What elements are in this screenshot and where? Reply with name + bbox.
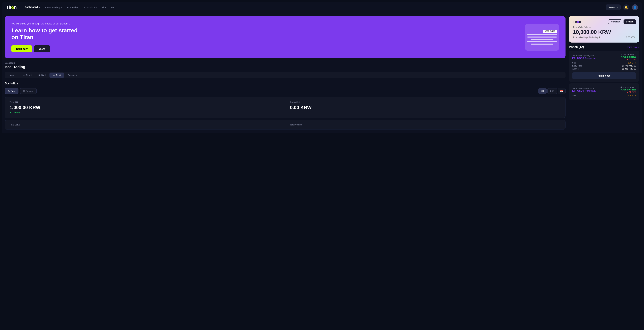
- bitget-icon: ↔: [23, 74, 25, 76]
- locked-value: 0.00 KRW: [626, 36, 635, 38]
- chevron-down-icon: ▾: [39, 6, 40, 8]
- hero-buttons: Start now Close: [12, 45, 82, 52]
- locked-label: Total locked in profit sharing ℹ: [573, 36, 600, 38]
- breadcrumb: Dashboard: [5, 62, 566, 64]
- pack-name-1: The Trend-EarlyBird_Pack: [572, 55, 596, 57]
- chevron-down-icon: ▾: [616, 6, 618, 9]
- total-volume-label: Total Volume: [290, 124, 561, 126]
- type-tabs: ◎ Spot ▦ Futures: [5, 88, 36, 94]
- user-guide-badge: USER GUIDE: [543, 30, 557, 33]
- size-value-2: 100 ETH: [628, 94, 636, 97]
- withdraw-button[interactable]: Withdraw: [608, 19, 622, 24]
- flash-close-button-1[interactable]: Flash close: [572, 72, 636, 79]
- nav-link-dashboard[interactable]: Dashboard ▾: [25, 5, 40, 9]
- wallet-card: Titon Withdraw Deposit Titan Wallet Bala…: [569, 16, 639, 42]
- total-pnl-value: 1,000.00 KRW: [10, 105, 280, 110]
- nav-link-titan-cover[interactable]: Titan Cover: [102, 6, 115, 9]
- futures-icon: ▦: [23, 90, 25, 92]
- pnl-icon-2: ⇄: [620, 86, 622, 88]
- spot-icon: ◎: [8, 90, 10, 92]
- pnl-cards: Total PNL 1,000.00 KRW ▲ 12.00% Today PN…: [5, 97, 566, 118]
- avatar[interactable]: 👤: [632, 4, 638, 10]
- total-pnl-change: ▲ 12.00%: [10, 111, 280, 114]
- wallet-balance: 10,000.00 KRW: [573, 29, 635, 35]
- bell-icon[interactable]: 🔔: [623, 4, 629, 10]
- size-value-1: 100 ETH: [628, 62, 636, 64]
- assets-button[interactable]: Assets ▾: [606, 4, 620, 10]
- stats-controls: ◎ Spot ▦ Futures 7D 30D 📅: [5, 88, 566, 94]
- pnl-krw-1: 7,775.00 KRW: [620, 56, 636, 58]
- entry-price-value-1: 27,775.00 KRW: [622, 65, 636, 67]
- pack-name-2: The Trend-EarlyBird_Pack: [572, 87, 596, 89]
- bybit-icon-1: ▣: [38, 74, 40, 76]
- start-now-button[interactable]: Start now: [12, 45, 32, 52]
- pnl-krw-2: 7,775.00 KRW: [620, 88, 636, 91]
- exchange-tab-bitget[interactable]: ↔ Bitget: [20, 73, 35, 78]
- calendar-button[interactable]: 📅: [558, 88, 566, 94]
- total-volume-card: Total Volume: [285, 120, 565, 129]
- pair-name-2: ETHUSDT Perpetual: [572, 89, 596, 92]
- nav-link-bot-trading[interactable]: Bot trading: [67, 6, 79, 9]
- trade-history-link[interactable]: Trade history: [627, 46, 639, 48]
- doc-line-5: [531, 43, 553, 45]
- futures-tab[interactable]: ▦ Futures: [20, 88, 36, 94]
- wallet-balance-label: Titan Wallet Balance: [573, 26, 635, 28]
- hero-banner: We will guide you through the basics of …: [5, 16, 566, 58]
- pnl-pct-2: ▼ 12.64%: [620, 91, 636, 93]
- phase-header: Phase (12) Trade history: [569, 45, 639, 49]
- nav-link-smart-trading[interactable]: Smart trading ▾: [45, 6, 62, 9]
- amount-row-1: Amount 26,886.75 KRW: [572, 68, 636, 70]
- size-row-1: Size 100 ETH: [572, 62, 636, 64]
- entry-price-row-1: Entry price 27,775.00 KRW: [572, 65, 636, 67]
- today-pnl-value: 0.00 KRW: [290, 105, 561, 110]
- 30d-tab[interactable]: 30D: [548, 88, 557, 94]
- pnl-icon: ⇄: [620, 53, 622, 56]
- today-pnl-label: Today PNL: [290, 101, 561, 104]
- nav-link-ai-assistant[interactable]: AI Assistant: [84, 6, 97, 9]
- main-content: We will guide you through the basics of …: [2, 13, 642, 133]
- total-value-card: Total Value: [5, 120, 285, 129]
- exchange-tab-bybit-1[interactable]: ▣ Bybit: [35, 73, 50, 78]
- chevron-down-icon: ▾: [62, 7, 62, 9]
- 7d-tab[interactable]: 7D: [538, 88, 547, 94]
- wallet-buttons: Withdraw Deposit: [608, 19, 636, 24]
- section-header: Dashboard Bot Trading: [5, 62, 566, 69]
- calendar-icon: 📅: [560, 90, 563, 92]
- logo: Titon: [6, 5, 16, 10]
- doc-line-2: [527, 36, 557, 37]
- phase-title: Phase (12): [569, 45, 584, 49]
- navbar: Titon Dashboard ▾ Smart trading ▾ Bot tr…: [2, 2, 642, 13]
- bottom-stats: Total Value Total Volume: [5, 120, 566, 130]
- wallet-locked: Total locked in profit sharing ℹ 0.00 KR…: [573, 36, 635, 38]
- doc-line-3: [531, 39, 553, 40]
- phase-card-1: The Trend-EarlyBird_Pack ETHUSDT Perpetu…: [569, 51, 639, 82]
- hero-close-button[interactable]: Close: [34, 45, 50, 52]
- bybit-icon-2: ▲: [53, 74, 55, 76]
- hero-title: Learn how to get started on Titan: [12, 27, 82, 41]
- exchange-tab-bybit-2[interactable]: ▲ Bybit: [50, 73, 64, 78]
- pnl-values-2: ⇄ PNL (ROE%) 7,775.00 KRW ▼ 12.64%: [620, 86, 636, 93]
- pnl-values-1: ⇄ PNL (ROE%) 7,775.00 KRW ▼ 12.64%: [620, 53, 636, 61]
- phase-card-2-header: The Trend-EarlyBird_Pack ETHUSDT Perpetu…: [572, 86, 636, 93]
- time-tabs: 7D 30D 📅: [538, 88, 566, 94]
- pnl-label-2: ⇄ PNL (ROE%): [620, 86, 636, 88]
- pair-name-1: ETHUSDT Perpetual: [572, 57, 596, 59]
- hero-subtitle: We will guide you through the basics of …: [12, 22, 82, 25]
- exchange-tab-binance[interactable]: inance: [5, 73, 20, 78]
- exchange-tab-custom[interactable]: Custom ▾: [64, 73, 81, 78]
- amount-value-1: 26,886.75 KRW: [622, 68, 636, 70]
- total-value-label: Total Value: [10, 124, 280, 126]
- deposit-button[interactable]: Deposit: [624, 19, 636, 24]
- hero-illustration: USER GUIDE: [525, 24, 559, 51]
- hero-text: We will guide you through the basics of …: [12, 22, 82, 52]
- doc-line-4: [527, 41, 557, 42]
- page-title: Bot Trading: [5, 65, 566, 69]
- nav-links: Dashboard ▾ Smart trading ▾ Bot trading …: [25, 5, 600, 9]
- spot-tab[interactable]: ◎ Spot: [5, 88, 18, 94]
- total-pnl-card: Total PNL 1,000.00 KRW ▲ 12.00%: [5, 97, 285, 118]
- phase-card-2: The Trend-EarlyBird_Pack ETHUSDT Perpetu…: [569, 83, 639, 100]
- total-pnl-label: Total PNL: [10, 101, 280, 104]
- phase-section: Phase (12) Trade history The Trend-Early…: [569, 45, 639, 102]
- pnl-pct-1: ▼ 12.64%: [620, 58, 636, 61]
- wallet-logo-dot: o: [577, 20, 579, 24]
